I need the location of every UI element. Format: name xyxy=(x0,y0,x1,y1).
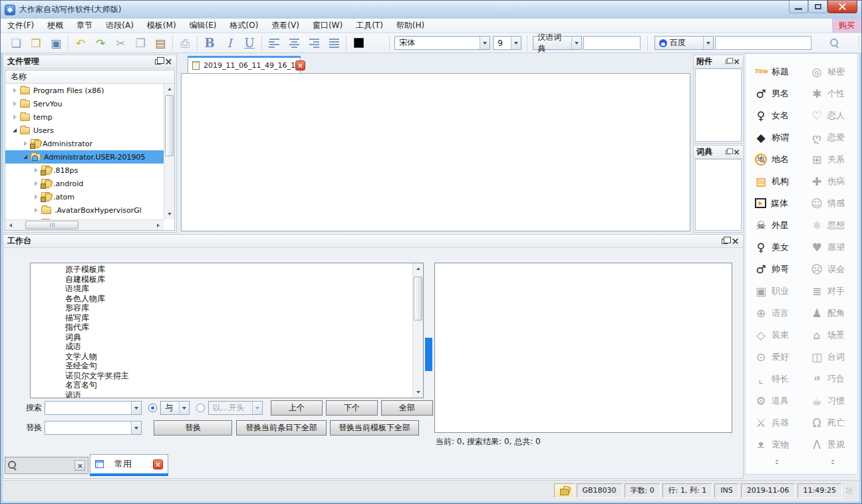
sidebar-item-female-name[interactable]: ♀女名 xyxy=(752,104,801,126)
tree-vertical-scrollbar[interactable] xyxy=(164,84,174,219)
sidebar-item-alien[interactable]: ☠外星 xyxy=(752,214,801,236)
copy-icon[interactable]: ❐ xyxy=(130,35,150,52)
sidebar-item-media[interactable]: ▶媒体 xyxy=(752,192,801,214)
scrollbar-thumb[interactable] xyxy=(414,277,422,320)
sidebar-item-handsome[interactable]: ♂帅哥 xyxy=(752,258,801,280)
all-button[interactable]: 全部 xyxy=(381,400,433,416)
sidebar-item-title[interactable]: Title标题 xyxy=(752,61,801,82)
underline-icon[interactable]: U xyxy=(239,35,259,52)
search-input-combo[interactable] xyxy=(45,401,142,415)
library-item[interactable]: 自建模板库 xyxy=(65,275,412,285)
italic-icon[interactable]: I xyxy=(219,35,239,52)
library-item[interactable]: 诺贝尔文学奖得主 xyxy=(65,371,412,381)
starts-mode-select[interactable]: 以...开头 xyxy=(208,401,263,415)
workbench-tab-common[interactable]: 常用 xyxy=(90,454,168,474)
close-panel-icon[interactable] xyxy=(734,150,740,155)
and-mode-select[interactable]: 与 xyxy=(160,401,190,415)
menu-item-7[interactable]: 查看(V) xyxy=(265,19,306,33)
align-center-icon[interactable] xyxy=(284,35,304,52)
library-item[interactable]: 描写库 xyxy=(65,313,412,323)
menu-item-3[interactable]: 语段(A) xyxy=(99,19,140,33)
scroll-up-arrow[interactable] xyxy=(413,263,424,274)
align-right-icon[interactable] xyxy=(304,35,324,52)
sidebar-item-rival[interactable]: ≣对手 xyxy=(808,280,857,302)
scroll-up-arrow[interactable] xyxy=(164,84,175,94)
next-button[interactable]: 下个 xyxy=(326,400,378,416)
sidebar-item-organization[interactable]: ▤机构 xyxy=(752,170,801,192)
library-item[interactable]: 谚语 xyxy=(65,390,412,398)
cut-icon[interactable]: ✂ xyxy=(110,35,130,52)
maximize-button[interactable] xyxy=(808,1,827,13)
sidebar-item-coincidence[interactable]: I5巧合 xyxy=(808,368,857,390)
redo-icon[interactable]: ↷ xyxy=(90,35,110,52)
minimize-button[interactable] xyxy=(789,1,808,13)
menu-item-10[interactable]: 帮助(H) xyxy=(390,19,431,33)
replace-input-combo[interactable] xyxy=(45,421,142,435)
library-item[interactable]: 形容库 xyxy=(65,303,412,313)
sidebar-item-thought[interactable]: ⚛思想 xyxy=(808,214,857,236)
library-item[interactable]: 词典 xyxy=(65,332,412,342)
dictionary-list[interactable] xyxy=(695,159,742,231)
tree-column-header[interactable]: 名称 xyxy=(5,70,174,84)
font-family-select[interactable]: 宋体 xyxy=(394,36,490,50)
tree-row[interactable]: .818ps xyxy=(5,164,164,177)
sidebar-item-death[interactable]: Ω死亡 xyxy=(808,412,857,434)
float-panel-icon[interactable] xyxy=(722,239,728,244)
tree-horizontal-scrollbar[interactable] xyxy=(5,219,164,230)
sidebar-item-pet[interactable]: ᴥ宠物 xyxy=(752,434,801,455)
sidebar-item-personality[interactable]: ✱个性 xyxy=(808,82,857,104)
sidebar-item-specialty[interactable]: ⌞特长 xyxy=(752,368,801,390)
tree-row[interactable]: Administrator xyxy=(5,137,164,150)
filter-box[interactable] xyxy=(5,457,88,474)
tree-row[interactable]: ServYou xyxy=(5,97,164,110)
tree-row[interactable]: Program Files (x86) xyxy=(5,84,164,97)
dictionary-input[interactable] xyxy=(583,36,641,50)
sidebar-item-weapon[interactable]: ⚔兵器 xyxy=(752,412,801,434)
scroll-right-arrow[interactable] xyxy=(153,220,164,231)
sidebar-item-hobby[interactable]: ⊙爱好 xyxy=(752,346,801,368)
result-box[interactable] xyxy=(434,263,732,433)
expanded-arrow-icon[interactable] xyxy=(11,128,19,132)
collapsed-arrow-icon[interactable] xyxy=(11,114,19,120)
tree-row[interactable]: .atom xyxy=(5,190,164,203)
scroll-more-indicator[interactable]: ⌄⌄ xyxy=(808,458,857,463)
scrollbar-thumb[interactable] xyxy=(25,221,78,229)
previous-button[interactable]: 上个 xyxy=(271,400,323,416)
library-item[interactable]: 指代库 xyxy=(65,322,412,332)
library-item[interactable]: 圣经金句 xyxy=(65,361,412,371)
sidebar-item-place-name[interactable]: 地地名 xyxy=(752,148,801,170)
menu-item-0[interactable]: 文件(F) xyxy=(1,19,41,33)
tree-row[interactable]: temp xyxy=(5,110,164,124)
sidebar-item-misunderstanding[interactable]: ☹误会 xyxy=(808,258,857,280)
align-justify-icon[interactable] xyxy=(324,35,344,52)
replace-template-all-button[interactable]: 替换当前模板下全部 xyxy=(330,420,419,436)
font-size-select[interactable]: 9 xyxy=(493,36,521,50)
sidebar-item-occupation[interactable]: ▣职业 xyxy=(752,280,801,302)
float-panel-icon[interactable] xyxy=(726,150,730,154)
close-panel-icon[interactable] xyxy=(734,59,740,64)
document-tab[interactable]: 2019_11_06_11_49_16_1 xyxy=(188,56,301,73)
collapsed-arrow-icon[interactable] xyxy=(21,141,29,146)
clear-filter-button[interactable] xyxy=(74,460,85,471)
web-search-input[interactable] xyxy=(715,36,811,50)
menu-item-9[interactable]: 工具(T) xyxy=(349,19,390,33)
match-mode-radio[interactable] xyxy=(148,404,157,412)
menu-item-4[interactable]: 模板(M) xyxy=(140,19,183,33)
close-tab-button[interactable] xyxy=(295,61,305,70)
sidebar-item-attire[interactable]: ◇装束 xyxy=(752,324,801,346)
sidebar-item-landscape[interactable]: Λ景观 xyxy=(808,434,857,455)
library-item[interactable]: 各色人物库 xyxy=(65,294,412,304)
sidebar-item-injury[interactable]: ✚伤病 xyxy=(808,170,857,192)
document-editor[interactable] xyxy=(181,73,690,231)
tree-row[interactable]: Users xyxy=(5,124,164,137)
search-engine-select[interactable]: 百度 xyxy=(654,36,714,50)
print-icon[interactable]: ⎙ xyxy=(175,35,195,52)
align-left-icon[interactable] xyxy=(264,35,284,52)
splitter-handle[interactable] xyxy=(425,338,432,371)
sidebar-item-male-name[interactable]: ♂男名 xyxy=(752,82,801,104)
sidebar-item-prop[interactable]: ⚙道具 xyxy=(752,390,801,412)
sidebar-item-lover[interactable]: ♡恋人 xyxy=(808,104,857,126)
undo-icon[interactable]: ↶ xyxy=(71,35,90,52)
library-item[interactable]: 语境库 xyxy=(65,284,412,294)
sidebar-item-supporting-role[interactable]: ♟配角 xyxy=(808,302,857,324)
